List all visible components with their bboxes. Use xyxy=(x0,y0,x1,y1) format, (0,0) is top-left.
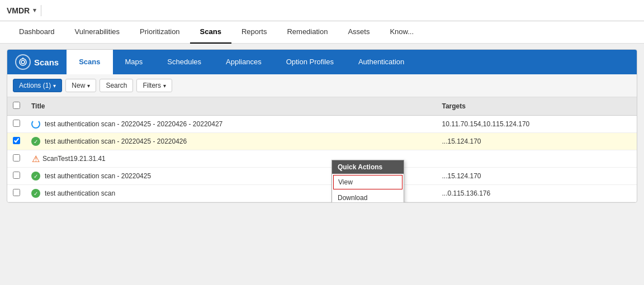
header-targets: Targets xyxy=(436,97,637,116)
row4-checkbox-cell[interactable] xyxy=(7,168,26,185)
tab-prioritization[interactable]: Prioritization xyxy=(130,21,190,44)
tab-reports[interactable]: Reports xyxy=(231,21,277,44)
new-button[interactable]: New ▾ xyxy=(65,79,96,92)
row2-checkbox[interactable] xyxy=(13,137,20,144)
app-bar-divider xyxy=(41,5,41,16)
tab-vulnerabilities[interactable]: Vulnerabilities xyxy=(65,21,130,44)
sub-nav-tab-option-profiles[interactable]: Option Profiles xyxy=(274,50,346,74)
table-row: test authentication scan - 20220425 - 20… xyxy=(7,116,637,133)
quick-actions-header: Quick Actions xyxy=(332,160,404,174)
filters-button[interactable]: Filters ▾ xyxy=(136,79,172,92)
row5-checkbox[interactable] xyxy=(13,189,20,196)
row4-status-icon: ✓ xyxy=(31,172,40,180)
new-chevron: ▾ xyxy=(87,83,90,89)
search-label: Search xyxy=(106,82,127,89)
row1-title: test authentication scan - 20220425 - 20… xyxy=(45,120,222,128)
app-bar: VMDR ▾ xyxy=(0,0,644,21)
sub-nav-logo: Scans xyxy=(7,50,67,74)
row2-checkbox-cell[interactable] xyxy=(7,133,26,150)
quick-action-view[interactable]: View xyxy=(333,175,402,189)
row5-status-icon: ✓ xyxy=(31,189,40,198)
tab-remediation[interactable]: Remediation xyxy=(277,21,338,44)
tab-know[interactable]: Know... xyxy=(380,21,424,44)
row3-title: ScanTest19.21.31.41 xyxy=(42,155,106,163)
sub-nav-tab-maps[interactable]: Maps xyxy=(113,50,155,74)
filters-chevron: ▾ xyxy=(163,83,166,89)
row3-checkbox[interactable] xyxy=(13,154,20,162)
table-header-row: Title Targets xyxy=(7,97,637,116)
actions-chevron: ▾ xyxy=(53,83,56,89)
svg-point-1 xyxy=(21,60,25,64)
sub-nav-tab-schedules[interactable]: Schedules xyxy=(155,50,214,74)
table-row: ✓ test authentication scan ...0.115.136.… xyxy=(7,185,637,202)
actions-label: Actions (1) xyxy=(19,82,51,89)
row5-checkbox-cell[interactable] xyxy=(7,185,26,202)
row2-title-cell: ✓ test authentication scan - 20220425 - … xyxy=(26,133,436,150)
filters-label: Filters xyxy=(143,82,161,89)
row4-checkbox[interactable] xyxy=(13,172,20,179)
quick-actions-popup: Quick Actions View Download Relaunch Pau… xyxy=(332,160,404,202)
row1-checkbox[interactable] xyxy=(13,120,20,127)
table-row: ✓ test authentication scan - 20220425 - … xyxy=(7,133,637,150)
toolbar: Actions (1) ▾ New ▾ Search Filters ▾ xyxy=(7,74,637,97)
row3-status-icon: ⚠ xyxy=(31,154,40,163)
quick-action-download[interactable]: Download xyxy=(332,191,404,202)
svg-point-0 xyxy=(20,59,26,65)
tab-dashboard[interactable]: Dashboard xyxy=(9,21,65,44)
main-content: Scans Scans Maps Schedules Appliances Op… xyxy=(7,49,637,203)
row3-targets xyxy=(436,150,637,168)
header-title: Title xyxy=(26,97,436,116)
table-container: Title Targets test authentication scan -… xyxy=(7,97,637,202)
app-title-chevron: ▾ xyxy=(33,7,36,14)
row4-title: test authentication scan - 20220425 xyxy=(45,172,151,180)
sub-nav-tab-appliances[interactable]: Appliances xyxy=(214,50,274,74)
row1-targets: 10.11.70.154,10.115.124.170 xyxy=(436,116,637,133)
row1-status-icon xyxy=(31,120,40,129)
sub-nav-logo-label: Scans xyxy=(34,58,59,67)
row3-checkbox-cell[interactable] xyxy=(7,150,26,168)
scans-table: Title Targets test authentication scan -… xyxy=(7,97,637,202)
header-checkbox[interactable] xyxy=(7,97,26,116)
app-title[interactable]: VMDR ▾ xyxy=(7,6,36,15)
select-all-checkbox[interactable] xyxy=(13,102,20,109)
app-title-label: VMDR xyxy=(7,6,30,15)
row1-title-cell: test authentication scan - 20220425 - 20… xyxy=(26,116,436,133)
sub-nav-tab-authentication[interactable]: Authentication xyxy=(346,50,416,74)
scans-logo-icon xyxy=(15,54,31,70)
actions-button[interactable]: Actions (1) ▾ xyxy=(13,79,62,92)
search-button[interactable]: Search xyxy=(100,79,133,92)
nav-tabs: Dashboard Vulnerabilities Prioritization… xyxy=(0,21,644,44)
table-row: ✓ test authentication scan - 20220425 ..… xyxy=(7,168,637,185)
tab-assets[interactable]: Assets xyxy=(338,21,380,44)
row2-title: test authentication scan - 20220425 - 20… xyxy=(45,137,187,145)
row1-checkbox-cell[interactable] xyxy=(7,116,26,133)
row4-targets: ...15.124.170 xyxy=(436,168,637,185)
sub-nav-tab-scans[interactable]: Scans xyxy=(67,50,112,74)
row5-targets: ...0.115.136.176 xyxy=(436,185,637,202)
row2-status-icon: ✓ xyxy=(31,137,40,146)
row2-targets: ...15.124.170 xyxy=(436,133,637,150)
table-row: ⚠ ScanTest19.21.31.41 xyxy=(7,150,637,168)
new-label: New xyxy=(72,82,85,89)
tab-scans[interactable]: Scans xyxy=(190,21,231,44)
row5-title: test authentication scan xyxy=(45,189,115,197)
sub-nav: Scans Scans Maps Schedules Appliances Op… xyxy=(7,50,637,74)
